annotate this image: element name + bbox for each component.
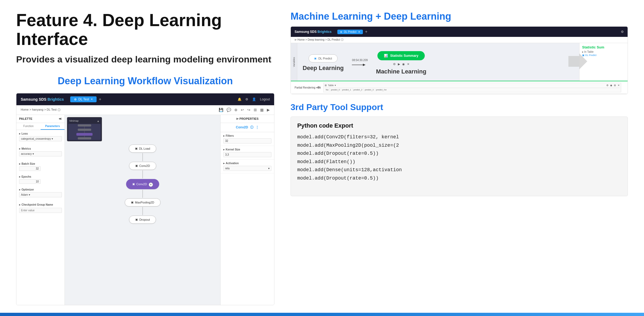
ml-dl-logo: Samsung SDS Brightics xyxy=(295,30,331,34)
undo-icon[interactable]: ↩ xyxy=(241,108,244,112)
partial-rendering-bar: Partial Rendering ▾ In ⊞ Table ▾ ⚙ xyxy=(291,81,628,94)
props-more-icon[interactable]: ⋮ xyxy=(256,125,259,129)
node-dl-load[interactable]: ▣ DL Load xyxy=(129,145,156,153)
in-table-label: ▸ In Table xyxy=(582,50,625,53)
epochs-header: ▸ Epochs xyxy=(19,175,62,178)
batch-label: Batch Size xyxy=(22,162,35,165)
conv2d-2-icon: ▣ xyxy=(132,182,135,185)
zoom-in-icon[interactable]: ⊕ xyxy=(234,108,238,112)
batch-value[interactable]: 32 xyxy=(19,166,41,171)
table-actions: ⚙ ◉ ⊞ ✕ xyxy=(606,84,620,87)
col-pred4: predict_4 ▸ xyxy=(375,89,388,91)
palette-section-epochs: ▸ Epochs 10 xyxy=(16,173,65,186)
loss-dropdown[interactable]: categorical_crossentropy ▾ xyxy=(19,136,62,141)
epochs-value[interactable]: 10 xyxy=(19,179,41,184)
metrics-label: Metrics xyxy=(22,147,31,150)
activation-value: relu xyxy=(225,167,230,170)
node-conv2d-2[interactable]: ▣ Conv2D ⊕ xyxy=(126,179,159,189)
table-expand-icon[interactable]: ⊞ xyxy=(614,84,616,87)
filters-arrow: ▸ xyxy=(223,134,225,137)
conv2d-1-icon: ▣ xyxy=(135,164,138,167)
ml-dl-brand: Brightics xyxy=(317,30,331,34)
palette-tabs[interactable]: Function Parameters xyxy=(16,123,65,130)
app-titlebar: Samsung SDS Brightics ⊕ DL Test ✕ + 🔔 ⚙ … xyxy=(16,93,274,105)
toolbar-icons: 💾 💬 ⊕ ↩ ↪ ⊞ ▦ ▶ xyxy=(219,108,270,112)
main-container: Feature 4. Deep Learning Interface Provi… xyxy=(0,0,644,316)
layout-icon[interactable]: ▦ xyxy=(260,108,264,112)
col-pred0: predict_0 xyxy=(330,89,341,91)
stat-summary-group: 📊 Statistic Summary ⚙ ▶ ◉ ✕ Machine Lear… xyxy=(376,51,426,75)
ml-dl-active-tab[interactable]: ⊕ DL Predict ✕ xyxy=(337,30,363,34)
minimap-label: Minimap xyxy=(69,120,79,122)
action-settings[interactable]: ⚙ xyxy=(393,62,396,66)
optimizer-dropdown[interactable]: Adam ▾ xyxy=(19,192,62,197)
optimizer-header: ▸ Optimizer xyxy=(19,188,62,191)
bell-icon[interactable]: 🔔 xyxy=(238,97,242,101)
checkpoint-arrow: ▸ xyxy=(19,203,20,206)
action-close[interactable]: ✕ xyxy=(407,62,409,66)
ml-dl-tab-close[interactable]: ✕ xyxy=(358,30,360,33)
active-tab[interactable]: ⊕ DL Test ✕ xyxy=(70,96,97,102)
node-dropout[interactable]: ▣ Dropout xyxy=(129,216,156,224)
metrics-dropdown[interactable]: accuracy ▾ xyxy=(19,151,62,156)
save-icon[interactable]: 💾 xyxy=(219,108,223,112)
partial-select[interactable]: Partial Rendering ▾ xyxy=(295,86,318,89)
gear-icon[interactable]: ⚙ xyxy=(245,97,248,101)
connector-1 xyxy=(142,153,143,161)
code-subtitle: Python code Export xyxy=(297,122,621,129)
dl-predict-node[interactable]: ▣ DL Predict xyxy=(309,54,338,62)
palette-collapse-icon[interactable]: ≪ xyxy=(59,117,62,121)
action-play[interactable]: ▶ xyxy=(398,62,400,66)
connector-2 xyxy=(142,170,143,178)
palette-header: PALETTE ≪ xyxy=(16,115,65,123)
table-view-icon[interactable]: ◉ xyxy=(610,84,612,87)
play-icon[interactable]: ▶ xyxy=(267,108,270,112)
palette-tab-function[interactable]: Function xyxy=(16,123,41,130)
canvas-area: Minimap ▲ xyxy=(65,115,220,305)
kernel-value: 3,3 xyxy=(223,152,271,157)
maxpool-label: MaxPooling2D xyxy=(135,201,154,204)
stat-summary-node[interactable]: 📊 Statistic Summary xyxy=(377,51,425,60)
bottom-bar xyxy=(0,313,644,316)
palette-tab-parameters[interactable]: Parameters xyxy=(41,123,65,130)
variables-label: Variables xyxy=(293,57,295,67)
ml-dl-gear[interactable]: ⚙ xyxy=(621,30,624,34)
user-icon[interactable]: 👤 xyxy=(252,97,256,101)
checkpoint-input[interactable] xyxy=(19,208,62,213)
node-conv2d-1[interactable]: ▣ Conv2D xyxy=(129,162,156,170)
activation-dropdown[interactable]: relu ▾ xyxy=(223,166,271,171)
redo-icon[interactable]: ↪ xyxy=(247,108,250,112)
ml-dl-expand-icon[interactable]: ⊳ xyxy=(295,38,297,41)
app-toolbar: Home > hanyang > DL Test ⓘ 💾 💬 ⊕ ↩ ↪ ⊞ ▦… xyxy=(16,105,274,115)
tab-bar[interactable]: ⊕ DL Test ✕ + xyxy=(70,96,101,102)
ml-dl-breadcrumb: Home > Deep learning > DL Predict xyxy=(298,38,340,41)
minimap-collapse[interactable]: ▲ xyxy=(97,120,100,122)
node-maxpooling[interactable]: ▣ MaxPooling2D xyxy=(125,198,161,206)
add-tab-icon[interactable]: + xyxy=(99,97,101,102)
table-settings-icon[interactable]: ⚙ xyxy=(606,84,608,87)
action-view[interactable]: ◉ xyxy=(402,62,405,66)
svg-rect-4 xyxy=(76,133,93,136)
comment-icon[interactable]: 💬 xyxy=(227,108,231,112)
ml-dl-tab-bar[interactable]: ⊕ DL Predict ✕ + xyxy=(337,29,367,34)
table-close-icon[interactable]: ✕ xyxy=(618,84,620,87)
ml-dl-add-tab[interactable]: + xyxy=(365,29,367,34)
properties-panel: ⊳ PROPERTIES Conv2D ⓘ ⋮ ▸ Filters 32 xyxy=(220,115,274,305)
dl-workflow-app-window: Samsung SDS Brightics ⊕ DL Test ✕ + 🔔 ⚙ … xyxy=(16,93,274,305)
logout-label[interactable]: Logout xyxy=(260,97,270,101)
palette-section-metrics: ▸ Metrics accuracy ▾ xyxy=(16,145,65,160)
metrics-header: ▸ Metrics xyxy=(19,147,62,150)
prop-kernel: ▸ Kernel Size 3,3 xyxy=(221,146,274,160)
tab-close-icon[interactable]: ✕ xyxy=(91,98,93,101)
ml-dl-canvas-row: Variables ▣ DL Predict Deep Learning xyxy=(291,43,628,81)
table-chevron[interactable]: ▾ xyxy=(335,84,336,87)
node-action-buttons: ⚙ ▶ ◉ ✕ xyxy=(393,62,409,66)
third-party-title: 3rd Party Tool Support xyxy=(291,102,628,112)
settings-circle[interactable]: ⊕ xyxy=(148,182,153,187)
app-logo: Samsung SDS Brightics xyxy=(21,97,64,101)
grid-icon[interactable]: ⊞ xyxy=(254,108,257,112)
ml-dl-nav: ⊳ Home > Deep learning > DL Predict ⓘ xyxy=(291,37,628,43)
props-expand[interactable]: ⊳ xyxy=(236,117,239,120)
table-icon: ⊞ xyxy=(325,84,327,87)
metrics-arrow: ▸ xyxy=(19,147,20,150)
